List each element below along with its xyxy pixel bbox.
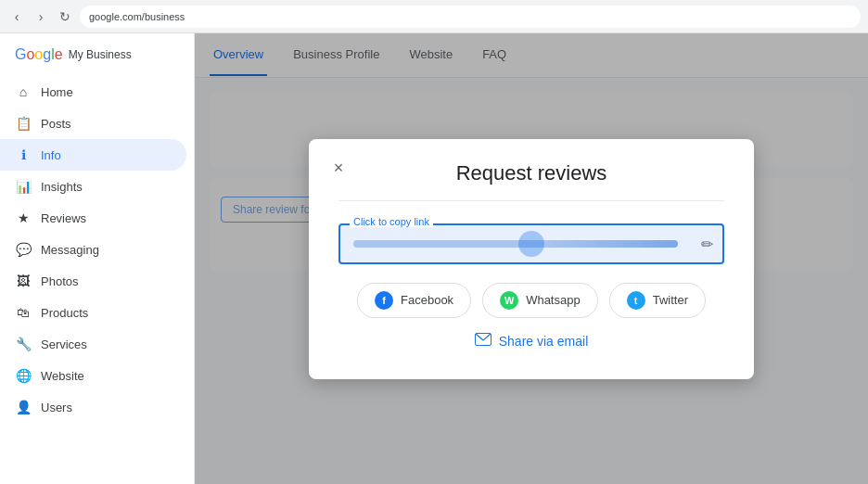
sidebar-item-website[interactable]: 🌐 Website bbox=[0, 360, 186, 391]
sidebar-item-users[interactable]: 👤 Users bbox=[0, 391, 186, 423]
email-label: Share via email bbox=[499, 334, 589, 349]
sidebar-item-products-label: Products bbox=[41, 306, 88, 320]
sidebar-item-users-label: Users bbox=[41, 401, 72, 414]
products-icon: 🛍 bbox=[15, 304, 32, 321]
sidebar: Google My Business ⌂ Home 📋 Posts ℹ Info… bbox=[0, 33, 195, 484]
info-icon: ℹ bbox=[15, 146, 32, 163]
sidebar-item-messaging-label: Messaging bbox=[41, 243, 99, 257]
sidebar-navigation: ⌂ Home 📋 Posts ℹ Info 📊 Insights ★ Revie… bbox=[0, 72, 194, 484]
home-icon: ⌂ bbox=[15, 83, 32, 100]
copy-link-label: Click to copy link bbox=[350, 216, 433, 227]
email-icon bbox=[475, 333, 491, 350]
gmb-name: My Business bbox=[69, 48, 132, 61]
whatsapp-icon: W bbox=[500, 291, 518, 310]
share-via-email-link[interactable]: Share via email bbox=[338, 333, 724, 350]
sidebar-item-website-label: Website bbox=[41, 369, 84, 383]
modal-overlay[interactable]: × Request reviews Click to copy link ✏ bbox=[195, 33, 868, 484]
forward-button[interactable]: › bbox=[32, 7, 50, 26]
modal-close-button[interactable]: × bbox=[324, 154, 353, 184]
address-bar[interactable]: google.com/business bbox=[80, 6, 861, 28]
sidebar-item-messaging[interactable]: 💬 Messaging bbox=[0, 234, 186, 265]
sidebar-item-home[interactable]: ⌂ Home bbox=[0, 76, 186, 108]
gmb-logo: Google My Business bbox=[0, 37, 194, 72]
sidebar-item-photos-label: Photos bbox=[41, 274, 78, 288]
link-text-placeholder bbox=[353, 240, 678, 248]
twitter-share-button[interactable]: t Twitter bbox=[609, 283, 706, 318]
twitter-label: Twitter bbox=[653, 293, 688, 307]
whatsapp-label: Whatsapp bbox=[526, 293, 581, 307]
reload-button[interactable]: ↻ bbox=[56, 7, 74, 26]
photos-icon: 🖼 bbox=[15, 273, 32, 289]
back-button[interactable]: ‹ bbox=[7, 7, 26, 26]
whatsapp-share-button[interactable]: W Whatsapp bbox=[482, 283, 598, 318]
modal-divider bbox=[338, 200, 724, 201]
sidebar-item-products[interactable]: 🛍 Products bbox=[0, 297, 186, 328]
sidebar-item-reviews[interactable]: ★ Reviews bbox=[0, 202, 186, 234]
posts-icon: 📋 bbox=[15, 115, 32, 132]
modal-title: Request reviews bbox=[338, 161, 724, 185]
browser-bar: ‹ › ↻ google.com/business bbox=[0, 0, 868, 33]
main-content: Overview Business Profile Website FAQ Sh… bbox=[195, 33, 868, 484]
messaging-icon: 💬 bbox=[15, 241, 32, 258]
close-icon: × bbox=[334, 159, 344, 178]
sidebar-item-posts-label: Posts bbox=[41, 117, 71, 131]
sidebar-item-posts[interactable]: 📋 Posts bbox=[0, 108, 186, 139]
request-reviews-modal: × Request reviews Click to copy link ✏ bbox=[309, 139, 754, 379]
insights-icon: 📊 bbox=[15, 178, 32, 195]
app-layout: Google My Business ⌂ Home 📋 Posts ℹ Info… bbox=[0, 33, 868, 484]
facebook-icon: f bbox=[375, 291, 393, 310]
sidebar-item-info[interactable]: ℹ Info bbox=[0, 139, 186, 171]
sidebar-item-insights-label: Insights bbox=[41, 180, 83, 194]
users-icon: 👤 bbox=[15, 399, 32, 415]
sidebar-item-reviews-label: Reviews bbox=[41, 211, 86, 225]
sidebar-item-services[interactable]: 🔧 Services bbox=[0, 328, 186, 360]
copy-link-field[interactable]: ✏ bbox=[338, 223, 724, 264]
reviews-icon: ★ bbox=[15, 210, 32, 226]
sidebar-item-insights[interactable]: 📊 Insights bbox=[0, 171, 186, 202]
google-icon: Google bbox=[15, 46, 63, 63]
sidebar-item-services-label: Services bbox=[41, 338, 87, 351]
twitter-icon: t bbox=[627, 291, 645, 310]
sidebar-item-info-label: Info bbox=[41, 148, 61, 162]
url-text: google.com/business bbox=[89, 11, 185, 22]
facebook-label: Facebook bbox=[401, 293, 453, 307]
services-icon: 🔧 bbox=[15, 336, 32, 352]
website-icon: 🌐 bbox=[15, 367, 32, 384]
edit-icon: ✏ bbox=[701, 235, 713, 252]
sidebar-item-photos[interactable]: 🖼 Photos bbox=[0, 265, 186, 297]
sidebar-item-home-label: Home bbox=[41, 85, 73, 99]
link-circle-decoration bbox=[518, 231, 544, 257]
share-buttons-row: f Facebook W Whatsapp t Twitter bbox=[338, 283, 724, 318]
facebook-share-button[interactable]: f Facebook bbox=[357, 283, 471, 318]
copy-link-wrapper[interactable]: Click to copy link ✏ bbox=[338, 223, 724, 264]
